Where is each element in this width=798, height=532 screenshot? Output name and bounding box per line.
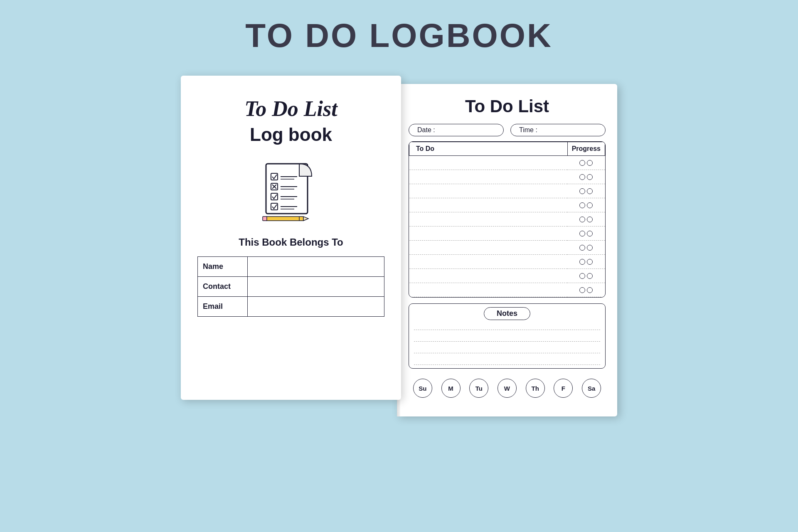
notes-lines <box>414 323 600 365</box>
progress-circle[interactable] <box>579 231 585 236</box>
name-value[interactable] <box>248 257 384 277</box>
progress-circle[interactable] <box>579 188 585 194</box>
day-circle[interactable]: F <box>554 379 573 398</box>
todo-text[interactable] <box>409 184 568 198</box>
todo-row <box>409 212 605 227</box>
svg-rect-1 <box>271 173 278 180</box>
svg-rect-12 <box>271 203 278 210</box>
date-time-row: Date : Time : <box>409 124 606 136</box>
todo-table-container: To Do Progress <box>409 141 606 298</box>
contact-value[interactable] <box>248 277 384 297</box>
progress-circle[interactable] <box>587 202 593 208</box>
notes-label: Notes <box>484 307 530 320</box>
progress-circle[interactable] <box>587 259 593 265</box>
progress-circles-cell <box>567 227 605 241</box>
day-circle[interactable]: W <box>498 379 517 398</box>
todo-text[interactable] <box>409 212 568 227</box>
progress-circle[interactable] <box>587 273 593 279</box>
books-container: To Do List Log book <box>87 76 711 416</box>
todo-text[interactable] <box>409 170 568 184</box>
progress-circles-cell <box>567 198 605 212</box>
todo-text[interactable] <box>409 156 568 170</box>
progress-circle[interactable] <box>579 217 585 222</box>
note-line <box>414 323 600 330</box>
time-field[interactable]: Time : <box>510 124 606 136</box>
progress-circles-cell <box>567 156 605 170</box>
progress-circle[interactable] <box>587 287 593 293</box>
progress-circles-cell <box>567 283 605 297</box>
progress-circle[interactable] <box>587 231 593 236</box>
checklist-icon <box>258 158 324 224</box>
todo-row <box>409 184 605 198</box>
progress-circle[interactable] <box>579 273 585 279</box>
progress-circles-cell <box>567 170 605 184</box>
todo-text[interactable] <box>409 255 568 269</box>
note-line <box>414 347 600 353</box>
note-line <box>414 335 600 342</box>
todo-text[interactable] <box>409 269 568 283</box>
todo-row <box>409 227 605 241</box>
progress-circle[interactable] <box>579 160 585 166</box>
todo-row <box>409 255 605 269</box>
date-label: Date : <box>417 126 435 133</box>
todo-row <box>409 170 605 184</box>
progress-circles-cell <box>567 184 605 198</box>
contact-row: Contact <box>198 277 384 297</box>
inner-page-title: To Do List <box>409 96 606 116</box>
todo-text[interactable] <box>409 283 568 297</box>
progress-circle[interactable] <box>579 202 585 208</box>
progress-circle[interactable] <box>579 259 585 265</box>
todo-row <box>409 198 605 212</box>
book-cover: To Do List Log book <box>181 76 401 400</box>
day-circle[interactable]: Tu <box>469 379 488 398</box>
date-field[interactable]: Date : <box>409 124 504 136</box>
progress-circles-cell <box>567 255 605 269</box>
page-title: TO DO LOGBOOK <box>245 17 552 55</box>
todo-row <box>409 241 605 255</box>
notes-section: Notes <box>409 303 606 369</box>
svg-marker-16 <box>303 217 308 221</box>
email-value[interactable] <box>248 297 384 317</box>
progress-circle[interactable] <box>587 217 593 222</box>
email-row: Email <box>198 297 384 317</box>
todo-text[interactable] <box>409 198 568 212</box>
progress-circle[interactable] <box>579 287 585 293</box>
progress-circle[interactable] <box>587 245 593 251</box>
notes-header: Notes <box>414 307 600 320</box>
progress-circles-cell <box>567 269 605 283</box>
email-label: Email <box>198 297 248 317</box>
todo-column-header: To Do <box>409 142 568 156</box>
day-circle[interactable]: Th <box>526 379 545 398</box>
progress-circle[interactable] <box>587 188 593 194</box>
days-row: SuMTuWThFSa <box>409 379 606 398</box>
progress-circle[interactable] <box>579 245 585 251</box>
todo-text[interactable] <box>409 227 568 241</box>
todo-row <box>409 156 605 170</box>
owner-form: Name Contact Email <box>197 256 384 317</box>
progress-column-header: Progress <box>567 142 605 156</box>
todo-row <box>409 283 605 297</box>
name-row: Name <box>198 257 384 277</box>
note-line <box>414 358 600 365</box>
svg-rect-17 <box>263 217 267 221</box>
progress-circle[interactable] <box>587 160 593 166</box>
todo-table: To Do Progress <box>409 142 605 297</box>
belongs-to-label: This Book Belongs To <box>239 236 343 248</box>
day-circle[interactable]: Su <box>413 379 432 398</box>
progress-circles-cell <box>567 241 605 255</box>
todo-row <box>409 269 605 283</box>
time-label: Time : <box>519 126 537 133</box>
progress-circle[interactable] <box>579 174 585 180</box>
name-label: Name <box>198 257 248 277</box>
progress-circles-cell <box>567 212 605 227</box>
cover-logbook-subtitle: Log book <box>250 124 332 145</box>
cover-cursive-title: To Do List <box>244 96 337 121</box>
todo-text[interactable] <box>409 241 568 255</box>
day-circle[interactable]: M <box>441 379 461 398</box>
progress-circle[interactable] <box>587 174 593 180</box>
contact-label: Contact <box>198 277 248 297</box>
day-circle[interactable]: Sa <box>582 379 601 398</box>
svg-rect-9 <box>271 193 278 200</box>
svg-rect-15 <box>266 217 303 221</box>
book-inner-page: To Do List Date : Time : To Do Progress <box>397 84 617 416</box>
